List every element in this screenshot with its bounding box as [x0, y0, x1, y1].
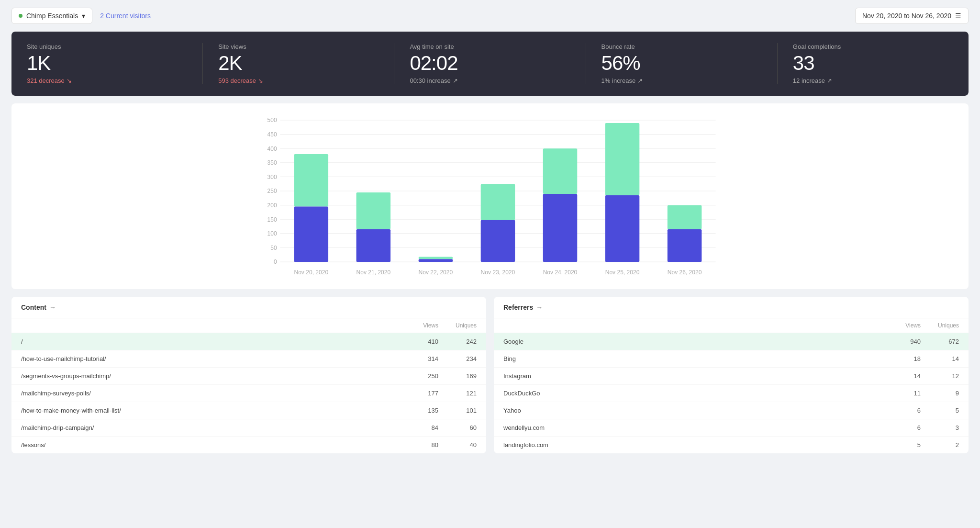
- referrers-arrow-icon: →: [536, 303, 543, 311]
- svg-text:100: 100: [267, 230, 277, 237]
- stat-change-3: 1% increase ↗: [601, 77, 762, 84]
- referrers-row[interactable]: Yahoo 6 5: [494, 402, 969, 419]
- svg-text:0: 0: [274, 258, 277, 265]
- referrers-row-views: 940: [882, 338, 921, 345]
- content-row-views: 410: [400, 338, 438, 345]
- referrers-row[interactable]: Google 940 672: [494, 333, 969, 350]
- content-row-views: 250: [400, 372, 438, 380]
- date-range-selector[interactable]: Nov 20, 2020 to Nov 26, 2020 ☰: [855, 8, 969, 24]
- chart-container: 050100150200250300350400450500Nov 20, 20…: [11, 103, 969, 289]
- svg-rect-34: [543, 148, 578, 194]
- svg-text:500: 500: [267, 117, 277, 124]
- stat-change-1: 593 decrease ↘: [218, 77, 379, 84]
- stat-change-4: 12 increase ↗: [793, 77, 953, 84]
- content-row-label: /lessons/: [21, 441, 400, 449]
- referrers-row[interactable]: wendellyu.com 6 3: [494, 419, 969, 437]
- referrers-row-uniques: 672: [921, 338, 959, 345]
- svg-rect-22: [294, 154, 329, 207]
- content-col-uniques: Uniques: [438, 322, 477, 329]
- stats-bar: Site uniques 1K 321 decrease ↘ Site view…: [11, 32, 969, 96]
- stat-value-3: 56%: [601, 53, 762, 73]
- site-name: Chimp Essentials: [26, 12, 78, 20]
- visitors-link[interactable]: 2 Current visitors: [100, 12, 151, 20]
- referrers-row-uniques: 12: [921, 372, 959, 380]
- content-row-views: 84: [400, 424, 438, 431]
- referrers-row[interactable]: landingfolio.com 5 2: [494, 437, 969, 453]
- content-row-views: 80: [400, 441, 438, 449]
- stat-label-0: Site uniques: [27, 43, 187, 50]
- content-row[interactable]: /mailchimp-drip-campaign/ 84 60: [11, 419, 486, 437]
- referrers-row-views: 5: [882, 441, 921, 449]
- site-selector[interactable]: Chimp Essentials ▾: [11, 8, 92, 24]
- content-table-card: Content → Views Uniques / 410 242 /how-t…: [11, 297, 486, 453]
- svg-text:Nov 22, 2020: Nov 22, 2020: [419, 269, 453, 276]
- svg-text:150: 150: [267, 216, 277, 223]
- referrers-row-label: DuckDuckGo: [503, 390, 882, 397]
- svg-text:300: 300: [267, 174, 277, 180]
- content-row[interactable]: /mailchimp-surveys-polls/ 177 121: [11, 385, 486, 402]
- stat-label-4: Goal completions: [793, 43, 953, 50]
- svg-rect-35: [543, 194, 578, 262]
- content-row-uniques: 121: [438, 390, 477, 397]
- content-row[interactable]: /how-to-make-money-with-email-list/ 135 …: [11, 402, 486, 419]
- svg-text:Nov 20, 2020: Nov 20, 2020: [294, 269, 328, 276]
- svg-text:Nov 24, 2020: Nov 24, 2020: [543, 269, 578, 276]
- content-arrow-icon: →: [49, 303, 56, 311]
- stat-item-1: Site views 2K 593 decrease ↘: [203, 43, 394, 84]
- stat-label-2: Avg time on site: [410, 43, 570, 50]
- referrers-table-rows: Google 940 672 Bing 18 14 Instagram 14 1…: [494, 333, 969, 453]
- content-table-rows: / 410 242 /how-to-use-mailchimp-tutorial…: [11, 333, 486, 453]
- svg-text:350: 350: [267, 159, 277, 166]
- content-row-label: /: [21, 338, 400, 345]
- referrers-row[interactable]: Instagram 14 12: [494, 368, 969, 385]
- referrers-row-label: Instagram: [503, 372, 882, 380]
- referrers-row-uniques: 2: [921, 441, 959, 449]
- stat-value-2: 02:02: [410, 53, 570, 73]
- content-row-label: /how-to-use-mailchimp-tutorial/: [21, 355, 400, 362]
- stat-item-3: Bounce rate 56% 1% increase ↗: [586, 43, 778, 84]
- content-row[interactable]: /how-to-use-mailchimp-tutorial/ 314 234: [11, 350, 486, 368]
- referrers-row-views: 18: [882, 355, 921, 362]
- content-row[interactable]: / 410 242: [11, 333, 486, 350]
- referrers-row-label: wendellyu.com: [503, 424, 882, 431]
- referrers-row-views: 6: [882, 407, 921, 414]
- svg-rect-41: [668, 229, 702, 262]
- svg-text:400: 400: [267, 146, 277, 152]
- content-row-uniques: 169: [438, 372, 477, 380]
- tables-row: Content → Views Uniques / 410 242 /how-t…: [11, 297, 969, 453]
- stat-item-2: Avg time on site 02:02 00:30 increase ↗: [394, 43, 586, 84]
- content-row-uniques: 40: [438, 441, 477, 449]
- referrers-table-cols: Views Uniques: [494, 318, 969, 333]
- stat-value-0: 1K: [27, 53, 187, 73]
- referrers-row-uniques: 14: [921, 355, 959, 362]
- referrers-row-uniques: 5: [921, 407, 959, 414]
- content-row-uniques: 101: [438, 407, 477, 414]
- content-row-label: /segments-vs-groups-mailchimp/: [21, 372, 400, 380]
- svg-text:50: 50: [270, 245, 277, 251]
- referrers-row-views: 6: [882, 424, 921, 431]
- referrers-row[interactable]: Bing 18 14: [494, 350, 969, 368]
- stat-item-0: Site uniques 1K 321 decrease ↘: [11, 43, 203, 84]
- referrers-row-label: Bing: [503, 355, 882, 362]
- content-row-views: 177: [400, 390, 438, 397]
- content-row[interactable]: /segments-vs-groups-mailchimp/ 250 169: [11, 368, 486, 385]
- stat-value-4: 33: [793, 53, 953, 73]
- svg-rect-38: [605, 195, 640, 262]
- referrers-row-label: landingfolio.com: [503, 441, 882, 449]
- svg-text:Nov 25, 2020: Nov 25, 2020: [605, 269, 640, 276]
- content-row-uniques: 234: [438, 355, 477, 362]
- content-row[interactable]: /lessons/ 80 40: [11, 437, 486, 453]
- content-col-views: Views: [400, 322, 438, 329]
- chart-area: 050100150200250300350400450500Nov 20, 20…: [23, 115, 957, 278]
- svg-text:250: 250: [267, 188, 277, 194]
- content-row-label: /mailchimp-drip-campaign/: [21, 424, 400, 431]
- stat-value-1: 2K: [218, 53, 379, 73]
- svg-rect-28: [419, 257, 453, 259]
- site-status-dot: [19, 14, 22, 18]
- referrers-table-card: Referrers → Views Uniques Google 940 672…: [494, 297, 969, 453]
- referrers-row[interactable]: DuckDuckGo 11 9: [494, 385, 969, 402]
- stat-item-4: Goal completions 33 12 increase ↗: [778, 43, 969, 84]
- svg-rect-40: [668, 205, 702, 229]
- filter-icon: ☰: [955, 12, 961, 20]
- top-bar: Chimp Essentials ▾ 2 Current visitors No…: [0, 0, 980, 32]
